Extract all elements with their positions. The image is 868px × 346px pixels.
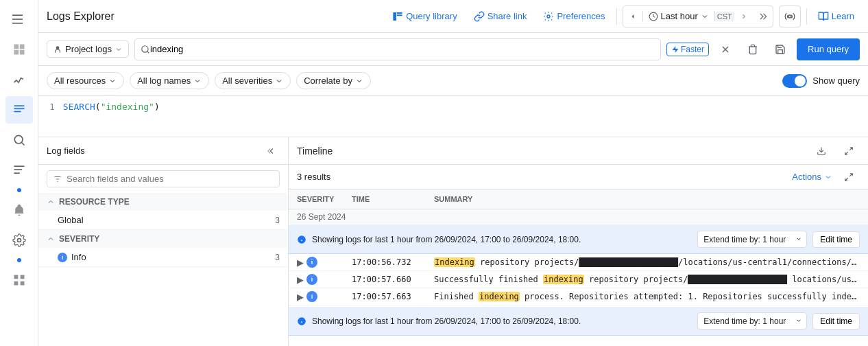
svg-rect-9	[14, 172, 19, 174]
expand-row-1[interactable]: ▶	[297, 257, 304, 268]
correlate-chevron-icon	[355, 77, 363, 85]
chevron-left-icon	[629, 12, 637, 21]
extend-time-bottom-arrow[interactable]	[791, 313, 806, 329]
info-field-item[interactable]: i Info 3	[38, 248, 288, 266]
extend-time-main[interactable]: Extend time by: 1 hour	[698, 232, 791, 247]
nav-bell[interactable]	[5, 196, 33, 224]
severities-chevron-icon	[275, 77, 283, 85]
clear-search-button[interactable]	[714, 38, 736, 60]
edit-time-button[interactable]: Edit time	[812, 231, 860, 248]
extend-time-bottom-main[interactable]: Extend time by: 1 hour	[698, 314, 791, 329]
severity-icon-1: i	[306, 257, 317, 268]
nav-dot-1	[17, 188, 21, 192]
actions-label: Actions	[792, 172, 821, 182]
info-circle-icon	[297, 235, 306, 244]
summary-column-header: SUMMARY	[434, 192, 860, 206]
svg-rect-2	[12, 23, 23, 24]
save-query-button[interactable]	[769, 38, 791, 60]
severities-filter[interactable]: All severities	[215, 72, 291, 89]
app-title: Logs Explorer	[47, 10, 114, 23]
svg-rect-12	[20, 275, 24, 279]
info-icon: i	[58, 253, 67, 262]
extend-time-button[interactable]: Extend time by: 1 hour	[697, 231, 807, 248]
log-row[interactable]: ▶ i 17:00:57.660 Successfully finished i…	[289, 271, 868, 288]
time-display[interactable]: Last hour	[642, 11, 715, 21]
share-link-button[interactable]: Share link	[468, 8, 533, 25]
actions-button[interactable]: Actions	[792, 172, 832, 182]
resource-type-label: RESOURCE TYPE	[59, 197, 130, 207]
nav-search[interactable]	[5, 126, 33, 154]
results-expand-button[interactable]	[838, 166, 860, 188]
show-query-toggle: Show query	[782, 74, 860, 88]
search-box	[134, 38, 661, 60]
severity-header[interactable]: SEVERITY	[38, 230, 288, 248]
nav-metrics[interactable]	[5, 66, 33, 93]
actions-chevron-icon	[824, 173, 832, 181]
edit-time-bottom-button[interactable]: Edit time	[812, 313, 860, 330]
time-nav: Last hour CST	[623, 5, 773, 27]
summary-cell-2: Successfully finished indexing repositor…	[434, 275, 860, 284]
preferences-label: Preferences	[557, 11, 605, 21]
query-keyword: SEARCH	[63, 102, 95, 112]
svg-rect-11	[14, 275, 18, 279]
severity-cell-3: ▶ i	[297, 291, 352, 302]
learn-button[interactable]: Learn	[812, 8, 860, 25]
chevron-right-icon	[740, 12, 748, 21]
search-fields-input[interactable]	[67, 174, 274, 184]
collapse-panel-button[interactable]	[263, 143, 280, 159]
delete-query-button[interactable]	[742, 38, 764, 60]
timeline-download-button[interactable]	[810, 140, 832, 162]
log-names-filter[interactable]: All log names	[130, 72, 209, 89]
query-string: "indexing"	[101, 102, 154, 112]
svg-rect-7	[14, 165, 24, 167]
log-row[interactable]: ▶ i 17:00:57.663 Finished indexing proce…	[289, 288, 868, 305]
show-query-label: Show query	[812, 76, 860, 86]
extend-time-bottom-button[interactable]: Extend time by: 1 hour	[697, 312, 807, 330]
table-header-row: SEVERITY TIME SUMMARY	[289, 189, 868, 209]
expand-row-2[interactable]: ▶	[297, 275, 304, 285]
extend-time-arrow[interactable]	[791, 231, 806, 247]
clock-icon	[649, 12, 658, 21]
log-fields-title: Log fields	[47, 146, 85, 156]
log-fields-panel: Log fields RESOURCE TYPE Global	[38, 137, 289, 346]
info-banner-text: Showing logs for last 1 hour from 26/09/…	[312, 235, 692, 244]
nav-settings[interactable]	[5, 227, 33, 254]
time-nav-prev[interactable]	[623, 5, 642, 27]
nav-menu[interactable]	[5, 5, 33, 33]
correlate-filter[interactable]: Correlate by	[296, 72, 371, 89]
project-selector[interactable]: Project logs	[47, 41, 129, 58]
nav-logs[interactable]	[5, 96, 33, 124]
search-fields-box	[47, 170, 280, 187]
nav-grid[interactable]	[5, 266, 33, 294]
resources-filter[interactable]: All resources	[47, 72, 124, 89]
query-library-label: Query library	[406, 11, 457, 21]
resource-type-header[interactable]: RESOURCE TYPE	[38, 193, 288, 211]
time-nav-next[interactable]	[734, 5, 754, 27]
nav-alerts[interactable]	[5, 157, 33, 184]
query-library-button[interactable]: Query library	[387, 8, 462, 25]
timeline-expand-button[interactable]	[838, 140, 860, 162]
severity-cell-2: ▶ i	[297, 274, 352, 285]
severity-group: SEVERITY i Info 3	[38, 230, 288, 267]
project-chevron-icon	[114, 45, 123, 54]
top-bar: Logs Explorer Query library Share link P…	[38, 0, 868, 33]
jump-to-now-btn[interactable]	[754, 5, 773, 27]
search-input[interactable]	[150, 44, 655, 54]
resource-type-group: RESOURCE TYPE Global 3	[38, 193, 288, 230]
time-column-header: TIME	[352, 192, 434, 206]
run-query-button[interactable]: Run query	[797, 38, 860, 60]
redacted-1: ████████████████████	[579, 257, 679, 267]
svg-rect-1	[12, 19, 23, 20]
svg-rect-8	[14, 169, 22, 170]
live-stream-button[interactable]	[779, 5, 801, 27]
summary-cell-3: Finished indexing process. Repositories …	[434, 292, 860, 301]
nav-overview[interactable]	[5, 36, 33, 63]
severity-cell-1: ▶ i	[297, 257, 352, 268]
svg-rect-17	[397, 14, 402, 16]
faster-label: Faster	[681, 45, 704, 54]
expand-row-3[interactable]: ▶	[297, 292, 304, 302]
preferences-button[interactable]: Preferences	[538, 8, 610, 25]
global-field-item[interactable]: Global 3	[38, 211, 288, 229]
show-query-switch[interactable]	[782, 74, 807, 88]
log-row[interactable]: ▶ i 17:00:56.732 Indexing repository pro…	[289, 254, 868, 271]
